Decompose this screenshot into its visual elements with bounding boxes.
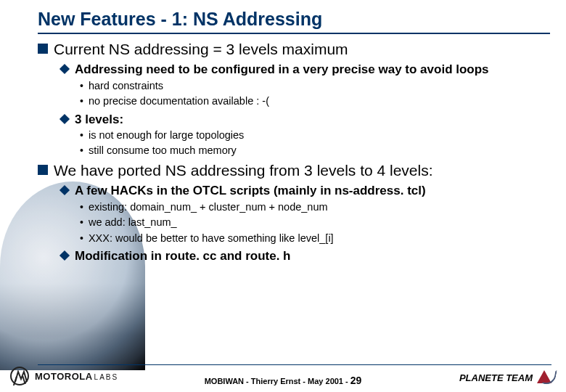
bullet-lvl3: • hard constraints bbox=[80, 79, 550, 94]
footer-caption: MOBIWAN - Thierry Ernst - May 2001 - bbox=[205, 377, 350, 385]
dot-bullet-icon: • bbox=[80, 216, 83, 229]
dot-bullet-icon: • bbox=[80, 79, 83, 92]
footer-right: PLANETE TEAM bbox=[459, 369, 556, 386]
bullet-text: A few HACKs in the OTCL scripts (mainly … bbox=[75, 183, 426, 198]
motorola-logo-icon bbox=[10, 367, 29, 385]
diamond-bullet-icon bbox=[60, 250, 70, 261]
slide-footer: MOTOROLALABS MOBIWAN - Thierry Ernst - M… bbox=[0, 363, 566, 392]
diamond-bullet-icon bbox=[60, 64, 70, 74]
bullet-lvl1: Current NS addressing = 3 levels maximum bbox=[38, 40, 550, 59]
bullet-text: Modification in route. cc and route. h bbox=[75, 248, 291, 264]
bullet-text: Addressing need to be configured in a ve… bbox=[75, 62, 489, 77]
bullet-text: hard constraints bbox=[89, 79, 163, 94]
bullet-lvl3: • is not enough for large topologies bbox=[80, 128, 550, 143]
bullet-lvl1: We have ported NS addressing from 3 leve… bbox=[38, 161, 550, 180]
bullet-text: XXX: would be better to have something l… bbox=[89, 232, 334, 246]
bullet-text: no precise documentation available : -( bbox=[89, 94, 269, 109]
bullet-text: we add: last_num_ bbox=[89, 216, 177, 230]
bullet-text: We have ported NS addressing from 3 leve… bbox=[54, 161, 433, 180]
square-bullet-icon bbox=[38, 44, 48, 54]
planete-logo-icon bbox=[537, 369, 556, 386]
footer-center: MOBIWAN - Thierry Ernst - May 2001 - 29 bbox=[205, 375, 362, 386]
slide-content: New Features - 1: NS Addressing Current … bbox=[0, 0, 566, 264]
dot-bullet-icon: • bbox=[80, 94, 83, 107]
dot-bullet-icon: • bbox=[80, 144, 83, 157]
team-name: PLANETE TEAM bbox=[459, 372, 533, 383]
bullet-lvl2: A few HACKs in the OTCL scripts (mainly … bbox=[60, 183, 550, 198]
bullet-lvl2: Modification in route. cc and route. h bbox=[60, 248, 550, 264]
bullet-text: Current NS addressing = 3 levels maximum bbox=[54, 40, 348, 59]
page-number: 29 bbox=[350, 375, 362, 386]
footer-brand: MOTOROLALABS bbox=[35, 371, 118, 382]
bullet-text: still consume too much memory bbox=[89, 144, 237, 158]
diamond-bullet-icon bbox=[60, 114, 70, 124]
footer-divider bbox=[38, 364, 551, 365]
dot-bullet-icon: • bbox=[80, 128, 83, 142]
brand-suffix: LABS bbox=[94, 373, 119, 381]
bullet-lvl3: • XXX: would be better to have something… bbox=[80, 232, 550, 246]
bullet-lvl3: • we add: last_num_ bbox=[80, 216, 550, 230]
bullet-lvl3: • existing: domain_num_ + cluster_num + … bbox=[80, 200, 550, 215]
bullet-text: existing: domain_num_ + cluster_num + no… bbox=[89, 200, 328, 215]
bullet-lvl2: 3 levels: bbox=[60, 112, 550, 127]
bullet-lvl3: • still consume too much memory bbox=[80, 144, 550, 158]
bullet-lvl2: Addressing need to be configured in a ve… bbox=[60, 62, 550, 77]
slide-title: New Features - 1: NS Addressing bbox=[38, 9, 550, 34]
dot-bullet-icon: • bbox=[80, 232, 83, 245]
bullet-lvl3: • no precise documentation available : -… bbox=[80, 94, 550, 109]
bullet-text: is not enough for large topologies bbox=[89, 128, 244, 143]
dot-bullet-icon: • bbox=[80, 200, 83, 213]
bullet-text: 3 levels: bbox=[75, 112, 123, 127]
square-bullet-icon bbox=[38, 165, 48, 175]
diamond-bullet-icon bbox=[60, 185, 70, 195]
brand-name: MOTOROLA bbox=[35, 371, 93, 382]
